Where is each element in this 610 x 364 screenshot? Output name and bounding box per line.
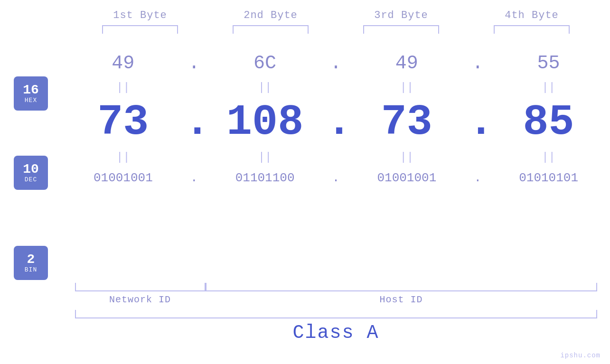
eq2-1: || — [62, 149, 185, 166]
bin-dot-2: . — [327, 166, 346, 190]
bracket-top-4 — [494, 25, 570, 34]
base-badges: 16 HEX 10 DEC 2 BIN — [0, 38, 62, 280]
bin-badge-label: BIN — [25, 266, 37, 273]
dec-byte-1: 73 — [62, 96, 185, 149]
network-id-label: Network ID — [75, 294, 206, 305]
bottom-brackets-container — [75, 283, 597, 291]
host-bracket — [206, 283, 597, 291]
eq-2: || — [204, 79, 327, 96]
bracket-cell-1 — [75, 25, 206, 34]
dec-badge-label: DEC — [25, 176, 37, 183]
main-container: 1st Byte 2nd Byte 3rd Byte 4th Byte 16 H… — [0, 0, 610, 364]
ip-columns: 49 . 6C . 49 . 55 || || || || 73 — [62, 38, 610, 280]
bracket-top-2 — [233, 25, 309, 34]
hex-dot-3: . — [468, 38, 487, 79]
host-id-label: Host ID — [206, 294, 597, 305]
bin-byte-1: 01001001 — [62, 166, 185, 190]
bin-row: 01001001 . 01101100 . 01001001 . 0101010… — [62, 166, 610, 190]
bin-badge: 2 BIN — [14, 246, 48, 280]
byte-label-3: 3rd Byte — [336, 9, 467, 21]
dec-dot-1: . — [185, 96, 204, 149]
top-bracket-row — [75, 25, 597, 34]
bin-byte-3: 01001001 — [346, 166, 469, 190]
bracket-cell-2 — [206, 25, 336, 34]
dec-byte-4: 85 — [487, 96, 610, 149]
bracket-top-1 — [102, 25, 178, 34]
hex-badge: 16 HEX — [14, 76, 48, 111]
dec-byte-2: 108 — [204, 96, 327, 149]
equals-row-1: || || || || — [62, 79, 610, 96]
hex-badge-label: HEX — [25, 97, 37, 104]
content-area: 16 HEX 10 DEC 2 BIN 49 . 6C . 49 . 55 — [0, 38, 610, 280]
bin-badge-num: 2 — [27, 253, 35, 266]
hex-byte-4: 55 — [487, 38, 610, 79]
dec-badge-num: 10 — [23, 163, 39, 176]
full-bracket — [75, 310, 597, 318]
byte-labels-row: 1st Byte 2nd Byte 3rd Byte 4th Byte — [75, 9, 597, 21]
dec-badge: 10 DEC — [14, 156, 48, 190]
bin-byte-2: 01101100 — [204, 166, 327, 190]
eq2-2: || — [204, 149, 327, 166]
bracket-top-3 — [363, 25, 439, 34]
id-labels-row: Network ID Host ID — [75, 294, 597, 305]
hex-row: 49 . 6C . 49 . 55 — [62, 38, 610, 79]
equals-row-2: || || || || — [62, 149, 610, 166]
network-bracket — [75, 283, 206, 291]
bracket-cell-4 — [467, 25, 597, 34]
hex-byte-1: 49 — [62, 38, 185, 79]
hex-badge-num: 16 — [23, 84, 39, 97]
dec-row: 73 . 108 . 73 . 85 — [62, 96, 610, 149]
bin-byte-4: 01010101 — [487, 166, 610, 190]
class-label: Class A — [75, 322, 597, 344]
eq-4: || — [487, 79, 610, 96]
eq2-4: || — [487, 149, 610, 166]
dec-byte-3: 73 — [346, 96, 469, 149]
byte-label-1: 1st Byte — [75, 9, 206, 21]
dec-dot-3: . — [468, 96, 487, 149]
bin-dot-3: . — [468, 166, 487, 190]
bin-dot-1: . — [185, 166, 204, 190]
watermark: ipshu.com — [560, 352, 601, 359]
eq2-3: || — [346, 149, 469, 166]
hex-dot-1: . — [185, 38, 204, 79]
hex-byte-2: 6C — [204, 38, 327, 79]
eq-1: || — [62, 79, 185, 96]
bracket-cell-3 — [336, 25, 467, 34]
byte-label-4: 4th Byte — [467, 9, 597, 21]
hex-byte-3: 49 — [346, 38, 469, 79]
eq-3: || — [346, 79, 469, 96]
dec-dot-2: . — [327, 96, 346, 149]
byte-label-2: 2nd Byte — [206, 9, 336, 21]
hex-dot-2: . — [327, 38, 346, 79]
